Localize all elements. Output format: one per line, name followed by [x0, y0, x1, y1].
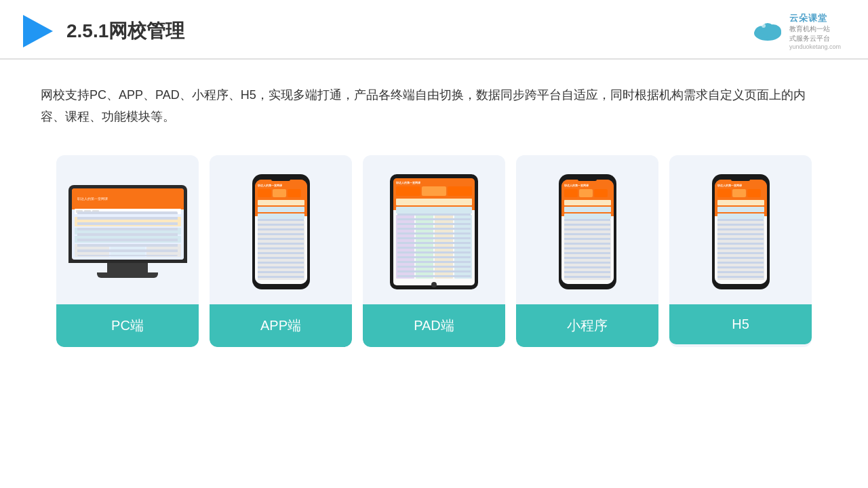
card-h5-label: H5 [669, 304, 812, 344]
phone-mockup-app: 职达人的第一堂网课 [252, 174, 310, 289]
header: 2.5.1网校管理 云朵课堂 教育机构一站式服务云平台 yunduoketang… [0, 0, 868, 60]
card-miniprogram-image: 职达人的第一堂网课 [516, 155, 658, 304]
pc-mockup: 职达人的第一堂网课 [68, 185, 187, 278]
card-app-image: 职达人的第一堂网课 [210, 155, 352, 304]
card-pc[interactable]: 职达人的第一堂网课 [56, 155, 199, 347]
cloud-icon [750, 18, 785, 44]
card-app-label: APP端 [210, 304, 352, 347]
phone-mockup-h5: 职达人的第一堂网课 [712, 174, 770, 289]
card-pc-image: 职达人的第一堂网课 [56, 155, 199, 304]
play-icon [20, 14, 56, 49]
card-pad-image: 职达人的第一堂网课 [363, 155, 505, 304]
brand-slogan: 教育机构一站式服务云平台 [789, 24, 841, 43]
card-app[interactable]: 职达人的第一堂网课 [210, 155, 352, 347]
card-pad[interactable]: 职达人的第一堂网课 [363, 155, 505, 347]
card-pad-label: PAD端 [363, 304, 505, 347]
description-text: 网校支持PC、APP、PAD、小程序、H5，实现多端打通，产品各终端自由切换，数… [0, 60, 868, 142]
svg-marker-0 [23, 15, 53, 47]
platform-cards: 职达人的第一堂网课 [0, 142, 868, 347]
card-h5-image: 职达人的第一堂网课 [669, 155, 812, 304]
brand-logo: 云朵课堂 教育机构一站式服务云平台 yunduoketang.com [750, 12, 841, 50]
brand-info: 云朵课堂 教育机构一站式服务云平台 yunduoketang.com [789, 12, 841, 50]
svg-point-5 [762, 24, 766, 28]
brand-name: 云朵课堂 [789, 12, 841, 24]
header-left: 2.5.1网校管理 [20, 14, 184, 49]
card-h5[interactable]: 职达人的第一堂网课 [669, 155, 812, 347]
phone-mockup-miniprogram: 职达人的第一堂网课 [559, 174, 616, 289]
page-title: 2.5.1网校管理 [66, 18, 184, 44]
description-content: 网校支持PC、APP、PAD、小程序、H5，实现多端打通，产品各终端自由切换，数… [41, 88, 806, 123]
card-miniprogram[interactable]: 职达人的第一堂网课 [516, 155, 658, 347]
tablet-mockup: 职达人的第一堂网课 [390, 174, 478, 289]
card-miniprogram-label: 小程序 [516, 304, 658, 347]
brand-url: yunduoketang.com [789, 43, 841, 50]
card-pc-label: PC端 [56, 304, 199, 347]
